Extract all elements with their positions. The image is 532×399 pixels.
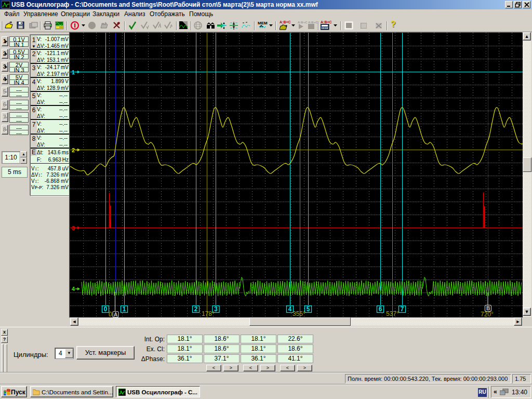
- svg-text:1: 1: [72, 69, 75, 75]
- svg-text:537°: 537°: [386, 310, 399, 317]
- svg-text:2: 2: [194, 305, 198, 313]
- svg-text:0: 0: [104, 305, 108, 313]
- svg-text:3: 3: [72, 225, 75, 231]
- svg-text:6: 6: [379, 305, 382, 313]
- svg-text:7: 7: [401, 305, 404, 313]
- svg-text:3: 3: [214, 305, 218, 313]
- svg-text:2: 2: [72, 147, 75, 153]
- svg-text:720°: 720°: [481, 311, 494, 318]
- svg-text:1: 1: [123, 305, 126, 313]
- svg-text:4: 4: [288, 305, 292, 313]
- svg-text:355°: 355°: [292, 310, 305, 317]
- svg-text:A: A: [114, 312, 117, 317]
- svg-text:0: 0: [109, 311, 112, 318]
- svg-text:5: 5: [307, 305, 310, 313]
- svg-text:4: 4: [72, 286, 75, 292]
- svg-text:178°: 178°: [202, 310, 215, 317]
